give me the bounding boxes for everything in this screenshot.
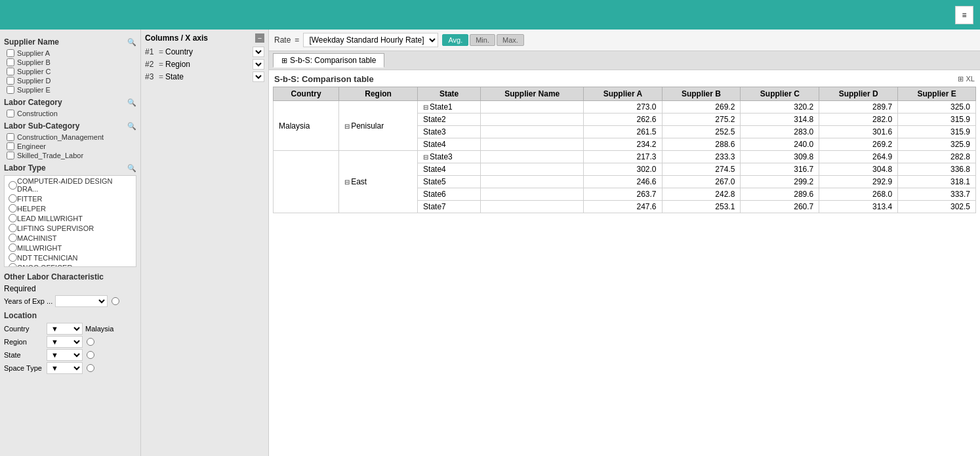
labor-type-radio[interactable] xyxy=(9,214,17,222)
labor-type-radio[interactable] xyxy=(9,194,17,203)
state-expand-icon[interactable]: ⊟ xyxy=(423,104,428,111)
table-cell-value: 314.8 xyxy=(741,114,819,126)
labor-subcategory-checkbox[interactable] xyxy=(7,152,14,159)
rate-select[interactable]: [Weekday Standard Hourly Rate] xyxy=(303,33,438,47)
location-field-select[interactable]: ▼ xyxy=(47,362,83,374)
labor-type-list: COMPUTER-AIDED DESIGN DRA...FITTERHELPER… xyxy=(4,175,136,267)
location-field-radio[interactable] xyxy=(87,351,94,359)
table-cell-supplier-name xyxy=(481,163,584,176)
comparison-table-tab[interactable]: ⊞ S-b-S: Comparison table xyxy=(273,53,384,68)
labor-type-radio[interactable] xyxy=(9,243,17,252)
table-cell-value: 309.8 xyxy=(741,151,819,163)
location-field-radio[interactable] xyxy=(87,338,94,346)
labor-category-search-icon[interactable]: 🔍 xyxy=(127,98,136,107)
table-cell-value: 292.9 xyxy=(819,176,898,188)
rate-btn-avg[interactable]: Avg. xyxy=(442,34,468,46)
table-cell-region: ⊟East xyxy=(339,151,418,213)
column-dropdown[interactable]: ▼ xyxy=(253,47,264,57)
labor-subcategory-search-icon[interactable]: 🔍 xyxy=(127,122,136,131)
supplier-item: Supplier B xyxy=(4,58,136,66)
table-icon-xl[interactable]: XL xyxy=(966,75,975,83)
table-title: S-b-S: Comparison table xyxy=(274,74,374,84)
table-cell-supplier-name xyxy=(481,101,584,114)
main-content: Supplier Name 🔍 Supplier ASupplier BSupp… xyxy=(0,30,980,456)
rate-buttons: Avg.Min.Max. xyxy=(442,34,523,46)
labor-type-item: LEAD MILLWRIGHT xyxy=(6,214,134,222)
years-radio[interactable] xyxy=(112,297,119,305)
labor-type-label: Labor Type xyxy=(4,163,46,173)
table-cell-value: 240.0 xyxy=(741,138,819,151)
labor-type-item-label: LEAD MILLWRIGHT xyxy=(17,215,83,222)
labor-type-item-label: HELPER xyxy=(17,205,46,213)
labor-type-radio[interactable] xyxy=(9,263,17,267)
table-header: Supplier D xyxy=(819,87,898,101)
rate-btn-max[interactable]: Max. xyxy=(497,34,524,46)
location-field-select[interactable]: ▼ xyxy=(47,349,83,361)
labor-type-search-icon[interactable]: 🔍 xyxy=(127,164,136,173)
labor-category-label: Labor Category xyxy=(4,98,62,107)
location-field-select[interactable]: ▼ xyxy=(47,323,83,335)
labor-type-radio[interactable] xyxy=(9,204,17,213)
column-value: Region xyxy=(165,60,253,69)
table-cell-value: 302.5 xyxy=(898,201,976,213)
supplier-checkbox[interactable] xyxy=(7,86,14,94)
table-cell-value: 282.8 xyxy=(898,151,976,163)
state-expand-icon[interactable]: ⊟ xyxy=(423,154,428,161)
location-row: Country▼Malaysia xyxy=(4,323,136,335)
location-field-radio[interactable] xyxy=(87,364,94,372)
labor-subcategory-checkbox[interactable] xyxy=(7,133,14,141)
table-cell-supplier-name xyxy=(481,201,584,213)
labor-type-item: COMPUTER-AIDED DESIGN DRA... xyxy=(6,177,134,193)
supplier-search-icon[interactable]: 🔍 xyxy=(127,38,136,47)
column-number: #1 xyxy=(145,47,157,56)
labor-type-radio[interactable] xyxy=(9,181,17,190)
table-header: Country xyxy=(274,87,339,101)
supplier-checkbox[interactable] xyxy=(7,77,14,85)
table-cell-value: 313.4 xyxy=(819,201,898,213)
expand-icon[interactable]: ⊟ xyxy=(344,178,350,186)
table-cell-value: 268.0 xyxy=(819,188,898,201)
column-dropdown[interactable]: ▼ xyxy=(253,72,264,82)
menu-icon[interactable]: ≡ xyxy=(955,6,973,24)
table-cell-value: 274.5 xyxy=(662,163,741,176)
labor-type-checkboxes: COMPUTER-AIDED DESIGN DRA...FITTERHELPER… xyxy=(6,177,134,267)
table-header: Supplier C xyxy=(741,87,819,101)
labor-type-item-label: MACHINIST xyxy=(17,234,57,242)
labor-category-header: Labor Category 🔍 xyxy=(4,98,136,107)
supplier-item: Supplier A xyxy=(4,49,136,57)
table-cell-value: 320.2 xyxy=(741,101,819,114)
table-cell-state: State4 xyxy=(418,163,481,176)
table-cell-state: State4 xyxy=(418,138,481,151)
table-icon-grid[interactable]: ⊞ xyxy=(958,75,964,83)
supplier-checkbox[interactable] xyxy=(7,68,14,75)
labor-type-radio[interactable] xyxy=(9,234,17,242)
labor-type-radio[interactable] xyxy=(9,253,17,262)
table-header: Supplier E xyxy=(898,87,976,101)
expand-icon[interactable]: ⊟ xyxy=(344,123,350,130)
hamburger-icon: ≡ xyxy=(962,10,966,20)
table-cell-supplier-name xyxy=(481,114,584,126)
table-cell-value: 315.9 xyxy=(898,114,976,126)
table-cell-supplier-name xyxy=(481,126,584,138)
labor-type-radio[interactable] xyxy=(9,224,17,232)
column-dropdown[interactable]: ▼ xyxy=(253,59,264,70)
table-cell-value: 269.2 xyxy=(662,101,741,114)
labor-subcategory-checkbox[interactable] xyxy=(7,142,14,150)
required-row: Required xyxy=(4,284,136,293)
rate-btn-min[interactable]: Min. xyxy=(470,34,495,46)
column-value: Country xyxy=(165,47,253,56)
table-cell-value: 246.6 xyxy=(584,176,662,188)
location-field-label: State xyxy=(4,351,47,359)
supplier-checkbox[interactable] xyxy=(7,49,14,57)
remove-column-button[interactable]: − xyxy=(255,33,264,43)
table-cell-value: 318.1 xyxy=(898,176,976,188)
years-select[interactable] xyxy=(55,295,108,307)
supplier-checkbox[interactable] xyxy=(7,58,14,66)
table-cell-value: 333.7 xyxy=(898,188,976,201)
table-cell-state: State2 xyxy=(418,114,481,126)
location-field-select[interactable]: ▼ xyxy=(47,336,83,348)
labor-category-checkbox[interactable] xyxy=(7,110,14,117)
column-row: #3 = State ▼ xyxy=(145,72,264,82)
labor-category-checkboxes: Construction xyxy=(4,110,136,117)
table-cell-state: State5 xyxy=(418,176,481,188)
